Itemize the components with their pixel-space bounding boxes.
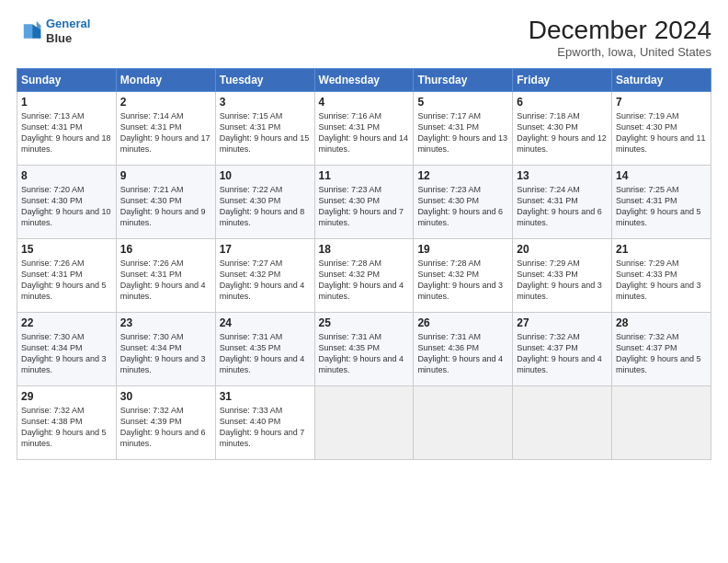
calendar-cell: 29 Sunrise: 7:32 AMSunset: 4:38 PMDaylig…	[17, 385, 117, 459]
calendar-cell: 9 Sunrise: 7:21 AMSunset: 4:30 PMDayligh…	[116, 165, 215, 238]
calendar-table: SundayMondayTuesdayWednesdayThursdayFrid…	[17, 68, 711, 460]
day-info: Sunrise: 7:31 AMSunset: 4:35 PMDaylight:…	[319, 331, 410, 376]
calendar-cell: 25 Sunrise: 7:31 AMSunset: 4:35 PMDaylig…	[314, 312, 414, 385]
day-info: Sunrise: 7:33 AMSunset: 4:40 PMDaylight:…	[220, 405, 311, 450]
day-number: 30	[120, 390, 211, 403]
title-block: December 2024 Epworth, Iowa, United Stat…	[529, 17, 711, 59]
col-header-wednesday: Wednesday	[314, 68, 414, 91]
calendar-cell	[414, 385, 513, 459]
day-number: 19	[417, 243, 508, 256]
calendar-cell: 15 Sunrise: 7:26 AMSunset: 4:31 PMDaylig…	[17, 238, 117, 312]
calendar-cell: 8 Sunrise: 7:20 AMSunset: 4:30 PMDayligh…	[17, 165, 117, 238]
calendar-week-1: 1 Sunrise: 7:13 AMSunset: 4:31 PMDayligh…	[17, 91, 711, 165]
day-info: Sunrise: 7:22 AMSunset: 4:30 PMDaylight:…	[220, 184, 311, 229]
day-number: 26	[417, 316, 508, 329]
page: General Blue December 2024 Epworth, Iowa…	[0, 0, 728, 563]
day-number: 8	[21, 169, 112, 182]
col-header-thursday: Thursday	[414, 68, 513, 91]
calendar-cell: 2 Sunrise: 7:14 AMSunset: 4:31 PMDayligh…	[116, 91, 215, 165]
calendar-cell: 16 Sunrise: 7:26 AMSunset: 4:31 PMDaylig…	[116, 238, 215, 312]
day-info: Sunrise: 7:19 AMSunset: 4:30 PMDaylight:…	[616, 110, 707, 155]
calendar-cell: 20 Sunrise: 7:29 AMSunset: 4:33 PMDaylig…	[513, 238, 612, 312]
day-number: 28	[616, 316, 707, 329]
day-number: 27	[517, 316, 608, 329]
day-info: Sunrise: 7:24 AMSunset: 4:31 PMDaylight:…	[517, 184, 608, 229]
day-number: 12	[417, 169, 508, 182]
day-info: Sunrise: 7:29 AMSunset: 4:33 PMDaylight:…	[517, 258, 608, 303]
day-number: 3	[220, 96, 311, 109]
day-number: 4	[319, 96, 410, 109]
calendar-cell: 19 Sunrise: 7:28 AMSunset: 4:32 PMDaylig…	[414, 238, 513, 312]
day-info: Sunrise: 7:32 AMSunset: 4:39 PMDaylight:…	[120, 405, 211, 450]
logo-blue: Blue	[46, 31, 90, 46]
logo: General Blue	[17, 17, 90, 45]
calendar-cell: 27 Sunrise: 7:32 AMSunset: 4:37 PMDaylig…	[513, 312, 612, 385]
calendar-cell: 28 Sunrise: 7:32 AMSunset: 4:37 PMDaylig…	[612, 312, 711, 385]
day-info: Sunrise: 7:32 AMSunset: 4:37 PMDaylight:…	[616, 331, 707, 376]
day-info: Sunrise: 7:17 AMSunset: 4:31 PMDaylight:…	[417, 110, 508, 155]
day-info: Sunrise: 7:28 AMSunset: 4:32 PMDaylight:…	[319, 258, 410, 303]
day-number: 17	[220, 243, 311, 256]
col-header-tuesday: Tuesday	[215, 68, 314, 91]
calendar-header-row: SundayMondayTuesdayWednesdayThursdayFrid…	[17, 68, 711, 91]
logo-text: General Blue	[46, 17, 90, 45]
calendar-cell: 18 Sunrise: 7:28 AMSunset: 4:32 PMDaylig…	[314, 238, 414, 312]
day-info: Sunrise: 7:18 AMSunset: 4:30 PMDaylight:…	[517, 110, 608, 155]
day-number: 15	[21, 243, 112, 256]
day-info: Sunrise: 7:20 AMSunset: 4:30 PMDaylight:…	[21, 184, 112, 229]
calendar-cell: 5 Sunrise: 7:17 AMSunset: 4:31 PMDayligh…	[414, 91, 513, 165]
day-info: Sunrise: 7:14 AMSunset: 4:31 PMDaylight:…	[120, 110, 211, 155]
day-number: 5	[417, 96, 508, 109]
day-info: Sunrise: 7:31 AMSunset: 4:35 PMDaylight:…	[220, 331, 311, 376]
logo-general: General	[46, 17, 90, 30]
day-info: Sunrise: 7:32 AMSunset: 4:37 PMDaylight:…	[517, 331, 608, 376]
col-header-sunday: Sunday	[17, 68, 117, 91]
day-number: 1	[21, 96, 112, 109]
day-number: 10	[220, 169, 311, 182]
day-number: 24	[220, 316, 311, 329]
svg-marker-2	[24, 24, 32, 39]
day-number: 11	[319, 169, 410, 182]
day-info: Sunrise: 7:28 AMSunset: 4:32 PMDaylight:…	[417, 258, 508, 303]
col-header-monday: Monday	[116, 68, 215, 91]
day-number: 18	[319, 243, 410, 256]
calendar-cell: 14 Sunrise: 7:25 AMSunset: 4:31 PMDaylig…	[612, 165, 711, 238]
day-number: 2	[120, 96, 211, 109]
day-number: 21	[616, 243, 707, 256]
calendar-cell: 4 Sunrise: 7:16 AMSunset: 4:31 PMDayligh…	[314, 91, 414, 165]
day-info: Sunrise: 7:29 AMSunset: 4:33 PMDaylight:…	[616, 258, 707, 303]
day-info: Sunrise: 7:31 AMSunset: 4:36 PMDaylight:…	[417, 331, 508, 376]
day-number: 6	[517, 96, 608, 109]
day-number: 31	[220, 390, 311, 403]
calendar-cell: 26 Sunrise: 7:31 AMSunset: 4:36 PMDaylig…	[414, 312, 513, 385]
col-header-saturday: Saturday	[612, 68, 711, 91]
day-info: Sunrise: 7:23 AMSunset: 4:30 PMDaylight:…	[417, 184, 508, 229]
day-info: Sunrise: 7:23 AMSunset: 4:30 PMDaylight:…	[319, 184, 410, 229]
day-info: Sunrise: 7:25 AMSunset: 4:31 PMDaylight:…	[616, 184, 707, 229]
day-info: Sunrise: 7:30 AMSunset: 4:34 PMDaylight:…	[21, 331, 112, 376]
calendar-cell: 31 Sunrise: 7:33 AMSunset: 4:40 PMDaylig…	[215, 385, 314, 459]
day-info: Sunrise: 7:26 AMSunset: 4:31 PMDaylight:…	[21, 258, 112, 303]
calendar-cell: 17 Sunrise: 7:27 AMSunset: 4:32 PMDaylig…	[215, 238, 314, 312]
calendar-cell	[513, 385, 612, 459]
calendar-week-2: 8 Sunrise: 7:20 AMSunset: 4:30 PMDayligh…	[17, 165, 711, 238]
day-info: Sunrise: 7:27 AMSunset: 4:32 PMDaylight:…	[220, 258, 311, 303]
calendar-cell: 13 Sunrise: 7:24 AMSunset: 4:31 PMDaylig…	[513, 165, 612, 238]
day-info: Sunrise: 7:16 AMSunset: 4:31 PMDaylight:…	[319, 110, 410, 155]
calendar-cell: 30 Sunrise: 7:32 AMSunset: 4:39 PMDaylig…	[116, 385, 215, 459]
calendar-week-3: 15 Sunrise: 7:26 AMSunset: 4:31 PMDaylig…	[17, 238, 711, 312]
location: Epworth, Iowa, United States	[529, 45, 711, 59]
day-number: 23	[120, 316, 211, 329]
calendar-cell: 11 Sunrise: 7:23 AMSunset: 4:30 PMDaylig…	[314, 165, 414, 238]
day-number: 16	[120, 243, 211, 256]
day-info: Sunrise: 7:32 AMSunset: 4:38 PMDaylight:…	[21, 405, 112, 450]
calendar-cell: 6 Sunrise: 7:18 AMSunset: 4:30 PMDayligh…	[513, 91, 612, 165]
day-info: Sunrise: 7:13 AMSunset: 4:31 PMDaylight:…	[21, 110, 112, 155]
calendar-cell	[314, 385, 414, 459]
calendar-cell: 12 Sunrise: 7:23 AMSunset: 4:30 PMDaylig…	[414, 165, 513, 238]
calendar-cell: 10 Sunrise: 7:22 AMSunset: 4:30 PMDaylig…	[215, 165, 314, 238]
calendar-cell: 21 Sunrise: 7:29 AMSunset: 4:33 PMDaylig…	[612, 238, 711, 312]
day-number: 25	[319, 316, 410, 329]
day-number: 9	[120, 169, 211, 182]
day-number: 22	[21, 316, 112, 329]
